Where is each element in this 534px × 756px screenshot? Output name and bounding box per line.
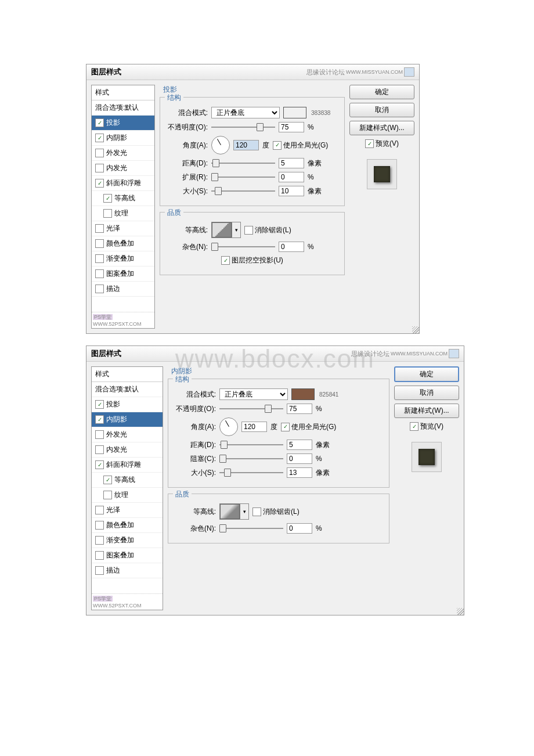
checkbox-icon[interactable] bbox=[95, 269, 104, 278]
dialog-titlebar: 图层样式 思缘设计论坛 WWW.MISSYUAN.COM bbox=[86, 64, 419, 80]
cancel-button[interactable]: 取消 bbox=[394, 386, 459, 400]
checkbox-icon[interactable] bbox=[103, 476, 112, 484]
size-slider[interactable] bbox=[211, 187, 275, 195]
ok-button[interactable]: 确定 bbox=[349, 85, 414, 99]
style-item-drop-shadow[interactable]: 投影 bbox=[92, 116, 154, 131]
resize-grip[interactable] bbox=[457, 608, 464, 615]
noise-input[interactable] bbox=[287, 523, 312, 534]
style-item-outer-glow[interactable]: 外发光 bbox=[92, 146, 154, 161]
antialias-checkbox[interactable]: 消除锯齿(L) bbox=[244, 225, 291, 235]
style-item-inner-glow[interactable]: 内发光 bbox=[92, 442, 163, 458]
cancel-button[interactable]: 取消 bbox=[349, 103, 414, 117]
size-slider[interactable] bbox=[219, 469, 283, 477]
style-item-satin[interactable]: 光泽 bbox=[92, 221, 154, 236]
style-item-inner-glow[interactable]: 内发光 bbox=[92, 161, 154, 176]
style-item-bevel-emboss[interactable]: 斜面和浮雕 bbox=[92, 458, 163, 473]
resize-grip[interactable] bbox=[412, 326, 419, 333]
preview-checkbox[interactable]: 预览(V) bbox=[394, 422, 459, 431]
angle-input[interactable] bbox=[241, 422, 267, 432]
checkbox-icon[interactable] bbox=[95, 415, 104, 424]
noise-slider[interactable] bbox=[211, 243, 275, 251]
checkbox-icon[interactable] bbox=[95, 149, 104, 157]
use-global-light-checkbox[interactable]: 使用全局光(G) bbox=[281, 422, 336, 432]
choke-slider[interactable] bbox=[219, 455, 283, 463]
antialias-checkbox[interactable]: 消除锯齿(L) bbox=[252, 507, 300, 517]
style-item-inner-shadow[interactable]: 内阴影 bbox=[92, 131, 154, 146]
style-item-texture[interactable]: 纹理 bbox=[92, 488, 163, 503]
style-item-outer-glow[interactable]: 外发光 bbox=[92, 427, 163, 442]
noise-slider[interactable] bbox=[219, 524, 283, 532]
opacity-input[interactable] bbox=[287, 404, 312, 414]
checkbox-icon[interactable] bbox=[103, 491, 112, 499]
opacity-slider[interactable] bbox=[211, 123, 275, 131]
checkbox-icon[interactable] bbox=[95, 536, 104, 545]
choke-input[interactable] bbox=[287, 453, 312, 464]
contour-picker[interactable]: ▾ bbox=[219, 503, 249, 520]
checkbox-icon[interactable] bbox=[95, 521, 104, 530]
style-item-pattern-overlay[interactable]: 图案叠加 bbox=[92, 548, 163, 563]
size-input[interactable] bbox=[287, 467, 312, 478]
opacity-input[interactable] bbox=[279, 122, 304, 132]
distance-slider[interactable] bbox=[219, 441, 283, 449]
style-item-bevel-emboss[interactable]: 斜面和浮雕 bbox=[92, 176, 154, 191]
distance-input[interactable] bbox=[287, 440, 312, 450]
new-style-button[interactable]: 新建样式(W)... bbox=[394, 404, 459, 418]
checkbox-icon[interactable] bbox=[95, 551, 104, 560]
angle-dial[interactable] bbox=[219, 417, 238, 436]
style-item-inner-shadow[interactable]: 内阴影 bbox=[92, 412, 163, 427]
color-swatch[interactable] bbox=[283, 107, 306, 118]
distance-input[interactable] bbox=[279, 158, 304, 168]
checkbox-icon[interactable] bbox=[95, 254, 104, 263]
new-style-button[interactable]: 新建样式(W)... bbox=[349, 121, 414, 135]
style-item-contour[interactable]: 等高线 bbox=[92, 191, 154, 206]
style-item-stroke[interactable]: 描边 bbox=[92, 563, 163, 578]
blending-options-default[interactable]: 混合选项:默认 bbox=[92, 382, 163, 397]
quality-fieldset: 品质 等高线: ▾ 消除锯齿(L) 杂色(N): % 图层挖空投影(U) bbox=[160, 212, 345, 275]
style-item-gradient-overlay[interactable]: 渐变叠加 bbox=[92, 533, 163, 548]
style-item-contour[interactable]: 等高线 bbox=[92, 473, 163, 488]
layer-style-dialog-2: 图层样式 思缘设计论坛 WWW.MISSYUAN.COM www.bdocx.c… bbox=[86, 345, 464, 615]
checkbox-icon[interactable] bbox=[95, 179, 104, 188]
checkbox-icon[interactable] bbox=[103, 209, 112, 218]
checkbox-icon[interactable] bbox=[95, 164, 104, 172]
contour-picker[interactable]: ▾ bbox=[211, 222, 241, 238]
checkbox-icon[interactable] bbox=[95, 460, 104, 469]
checkbox-icon[interactable] bbox=[95, 566, 104, 575]
checkbox-icon[interactable] bbox=[95, 134, 104, 142]
quality-fieldset: 品质 等高线: ▾ 消除锯齿(L) 杂色(N): % bbox=[168, 494, 389, 543]
style-item-color-overlay[interactable]: 颜色叠加 bbox=[92, 236, 154, 251]
checkbox-icon[interactable] bbox=[95, 118, 104, 127]
spread-input[interactable] bbox=[279, 172, 304, 182]
checkbox-icon[interactable] bbox=[95, 285, 104, 293]
knockout-checkbox[interactable]: 图层挖空投影(U) bbox=[221, 255, 283, 265]
checkbox-icon[interactable] bbox=[95, 445, 104, 454]
preview-checkbox[interactable]: 预览(V) bbox=[349, 139, 414, 149]
style-item-pattern-overlay[interactable]: 图案叠加 bbox=[92, 267, 154, 282]
opacity-slider[interactable] bbox=[219, 405, 283, 413]
distance-slider[interactable] bbox=[211, 159, 275, 167]
ok-button[interactable]: 确定 bbox=[394, 366, 459, 382]
checkbox-icon[interactable] bbox=[95, 224, 104, 233]
use-global-light-checkbox[interactable]: 使用全局光(G) bbox=[273, 141, 328, 150]
checkbox-icon[interactable] bbox=[95, 400, 104, 409]
checkbox-icon[interactable] bbox=[95, 430, 104, 439]
noise-input[interactable] bbox=[279, 242, 304, 252]
style-item-satin[interactable]: 光泽 bbox=[92, 503, 163, 518]
checkbox-icon[interactable] bbox=[103, 194, 112, 203]
style-item-gradient-overlay[interactable]: 渐变叠加 bbox=[92, 251, 154, 267]
size-input[interactable] bbox=[279, 186, 304, 196]
blend-mode-select[interactable]: 正片叠底 bbox=[211, 107, 280, 118]
spread-slider[interactable] bbox=[211, 173, 275, 181]
blending-options-default[interactable]: 混合选项:默认 bbox=[92, 100, 154, 116]
style-item-stroke[interactable]: 描边 bbox=[92, 282, 154, 297]
angle-input[interactable] bbox=[233, 140, 259, 150]
blend-mode-select[interactable]: 正片叠底 bbox=[219, 388, 288, 400]
checkbox-icon[interactable] bbox=[95, 239, 104, 248]
style-item-color-overlay[interactable]: 颜色叠加 bbox=[92, 518, 163, 533]
style-item-drop-shadow[interactable]: 投影 bbox=[92, 397, 163, 412]
style-item-texture[interactable]: 纹理 bbox=[92, 206, 154, 221]
checkbox-icon[interactable] bbox=[95, 506, 104, 514]
distance-label: 距离(D): bbox=[166, 159, 208, 168]
angle-dial[interactable] bbox=[211, 136, 230, 154]
color-swatch[interactable] bbox=[291, 388, 315, 400]
